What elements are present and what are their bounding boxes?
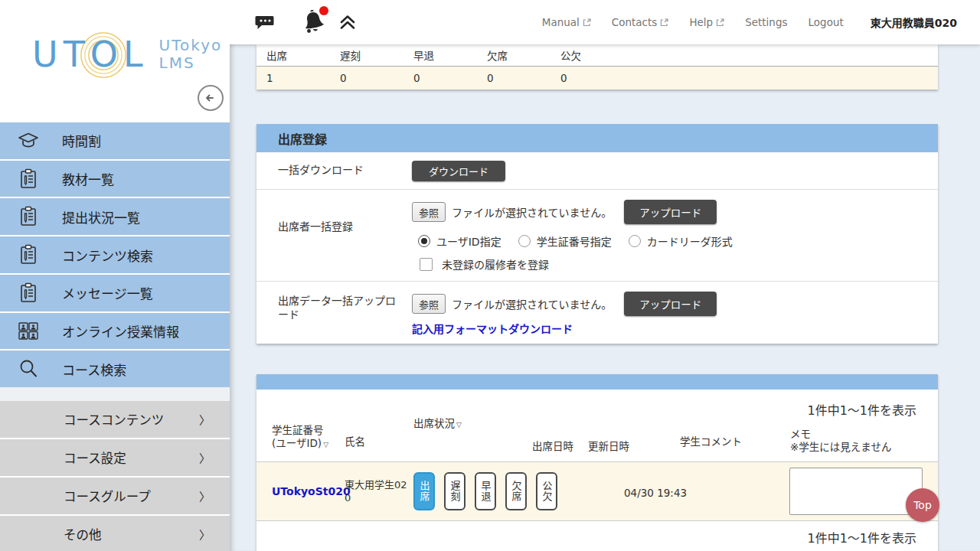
help-link[interactable]: Help <box>689 16 724 28</box>
radio-user-id[interactable]: ユーザID指定 <box>418 233 501 249</box>
sidebar-item-content-search[interactable]: コンテンツ検索 <box>0 236 230 273</box>
summary-header-row: 出席 遅刻 早退 欠席 公欠 <box>256 44 938 67</box>
table-header-area: 1件中1〜1件を表示 学生証番号 (ユーザID)▽ 氏名 出席状況▽ 出席日時 … <box>256 390 938 461</box>
update-time-value: 04/30 19:43 <box>624 487 687 499</box>
checkbox-label: 未登録の履修者を登録 <box>442 256 549 272</box>
attendee-bulk-register-row: 出席者一括登録 参照 ファイルが選択されていません。 アップロード ユーザID指… <box>256 190 938 282</box>
status-button-absent[interactable]: 欠席 <box>505 472 527 510</box>
sidebar-item-label: コンテンツ検索 <box>62 246 153 265</box>
summary-value: 0 <box>477 72 550 84</box>
settings-link[interactable]: Settings <box>745 16 787 28</box>
id-type-radio-group: ユーザID指定 学生証番号指定 カードリーダ形式 <box>418 233 930 249</box>
upload-button[interactable]: アップロード <box>624 200 717 224</box>
format-download-link[interactable]: 記入用フォーマットダウンロード <box>412 321 573 336</box>
memo-textarea[interactable] <box>789 468 923 515</box>
upload-button[interactable]: アップロード <box>624 292 717 316</box>
manual-link[interactable]: Manual <box>542 16 591 28</box>
external-link-icon <box>716 18 724 27</box>
clipboard-icon <box>17 244 40 266</box>
table-header-bar <box>256 374 938 390</box>
summary-value: 1 <box>256 72 330 84</box>
sidebar-item-timetable[interactable]: 時間割 <box>0 122 230 159</box>
student-attendance-table: 1件中1〜1件を表示 学生証番号 (ユーザID)▽ 氏名 出席状況▽ 出席日時 … <box>256 374 938 551</box>
bulk-download-row: 一括ダウンロード ダウンロード <box>256 152 938 190</box>
graduation-cap-icon <box>17 131 40 151</box>
summary-value: 0 <box>403 72 477 84</box>
summary-value: 0 <box>330 72 403 84</box>
sidebar-item-course-settings[interactable]: コース設定 〉 <box>0 439 230 476</box>
sidebar-item-others[interactable]: その他 〉 <box>0 516 230 551</box>
column-header-student-id[interactable]: 学生証番号 (ユーザID)▽ <box>272 424 328 451</box>
attendee-bulk-label: 出席者一括登録 <box>256 190 412 281</box>
browse-button[interactable]: 参照 <box>412 202 446 222</box>
browse-button[interactable]: 参照 <box>412 294 446 314</box>
external-link-icon <box>583 18 591 27</box>
sidebar-item-label: 提出状況一覧 <box>62 207 140 227</box>
main-area: Manual Contacts Help Settings Logout 東 <box>230 0 980 551</box>
utol-logo: UTOL UTokyo LMS <box>32 37 222 72</box>
sidebar-item-submission-status[interactable]: 提出状況一覧 <box>0 198 230 235</box>
clipboard-icon <box>17 206 40 227</box>
sidebar-item-label: 時間割 <box>62 131 101 150</box>
status-button-present[interactable]: 出席 <box>413 472 435 510</box>
status-button-early-leave[interactable]: 早退 <box>475 472 496 510</box>
column-header-name: 氏名 <box>345 435 365 449</box>
sidebar-item-label: コース検索 <box>62 360 126 379</box>
sidebar-item-label: オンライン授業情報 <box>62 321 179 341</box>
student-row: UTokyoSt020 東大用学生020 出席 遅刻 早退 欠席 公欠 04/3… <box>256 461 938 521</box>
sidebar-item-materials[interactable]: 教材一覧 <box>0 161 230 197</box>
bulk-download-label: 一括ダウンロード <box>256 152 412 189</box>
sidebar-item-online-class-info[interactable]: オンライン授業情報 <box>0 313 230 350</box>
radio-card-reader[interactable]: カードリーダ形式 <box>629 233 733 249</box>
status-button-late[interactable]: 遅刻 <box>444 472 466 510</box>
chevron-right-icon: 〉 <box>199 488 211 504</box>
external-link-icon <box>660 18 668 27</box>
download-button[interactable]: ダウンロード <box>412 161 505 181</box>
student-id-link[interactable]: UTokyoSt020 <box>272 485 351 497</box>
clipboard-icon <box>17 168 40 190</box>
column-header-attend-time: 出席日時 <box>532 440 573 454</box>
sidebar-menu: 時間割 教材一覧 提出状況一覧 コンテンツ検索 <box>0 122 230 387</box>
logout-link[interactable]: Logout <box>808 16 844 28</box>
chevron-right-icon: 〉 <box>199 412 211 428</box>
notification-bell-icon[interactable] <box>302 9 326 35</box>
radio-student-card-number[interactable]: 学生証番号指定 <box>518 233 612 249</box>
username: 東大用教職員020 <box>871 15 957 30</box>
status-button-excused-absence[interactable]: 公欠 <box>536 472 557 510</box>
scroll-to-top-button[interactable]: Top <box>906 488 939 522</box>
checkbox-icon[interactable] <box>420 258 433 271</box>
summary-header: 出席 <box>256 47 330 63</box>
column-header-status[interactable]: 出席状況▽ <box>413 417 462 431</box>
topbar: Manual Contacts Help Settings Logout 東 <box>230 0 980 44</box>
radio-icon <box>418 235 430 247</box>
status-button-group: 出席 遅刻 早退 欠席 公欠 <box>413 472 557 510</box>
column-header-student-comment: 学生コメント <box>680 435 742 449</box>
summary-value-row: 1 0 0 0 0 <box>256 67 938 90</box>
sidebar-item-course-group[interactable]: コースグループ 〉 <box>0 478 230 514</box>
collapse-up-icon[interactable] <box>338 13 357 31</box>
logo-text: UTOL <box>32 37 149 72</box>
sidebar-item-label: メッセージ一覧 <box>62 283 153 302</box>
sidebar-item-label: コースグループ <box>64 487 151 505</box>
radio-icon <box>518 235 531 247</box>
section-title: 出席登録 <box>256 124 938 152</box>
sidebar-item-label: 教材一覧 <box>62 169 114 188</box>
attendance-registration-section: 出席登録 一括ダウンロード ダウンロード 出席者一括登録 参照 ファイルが選択さ… <box>256 124 938 344</box>
sidebar-item-messages[interactable]: メッセージ一覧 <box>0 275 230 311</box>
search-icon <box>17 358 40 380</box>
sidebar-item-course-search[interactable]: コース検索 <box>0 350 230 387</box>
contacts-link[interactable]: Contacts <box>612 16 669 28</box>
data-upload-label: 出席データ一括アップロード <box>256 282 412 344</box>
sidebar-divider-strip <box>0 387 230 401</box>
message-icon[interactable] <box>255 12 276 33</box>
people-grid-icon <box>17 321 40 341</box>
summary-header: 公欠 <box>550 47 624 63</box>
column-header-update-time: 更新日時 <box>588 440 629 454</box>
sidebar-item-course-contents[interactable]: コースコンテンツ 〉 <box>0 401 230 438</box>
sort-icon[interactable]: ▽ <box>456 421 462 429</box>
topbar-links: Manual Contacts Help Settings Logout 東 <box>542 15 980 30</box>
sidebar-collapse-button[interactable] <box>198 85 224 111</box>
summary-header: 早退 <box>403 47 477 63</box>
summary-value: 0 <box>550 72 624 84</box>
sort-icon[interactable]: ▽ <box>323 441 328 448</box>
